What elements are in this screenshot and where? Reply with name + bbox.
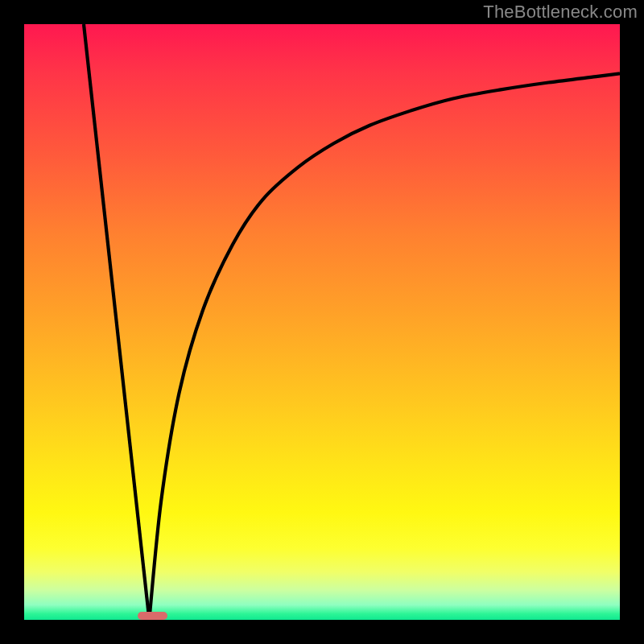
chart-curves-svg [24, 24, 620, 620]
watermark-text: TheBottleneck.com [483, 2, 638, 23]
right-curve [149, 73, 620, 620]
chart-plot-area [24, 24, 620, 620]
chart-frame: TheBottleneck.com [0, 0, 644, 644]
bottleneck-marker [138, 612, 167, 620]
left-slope-curve [84, 24, 149, 620]
